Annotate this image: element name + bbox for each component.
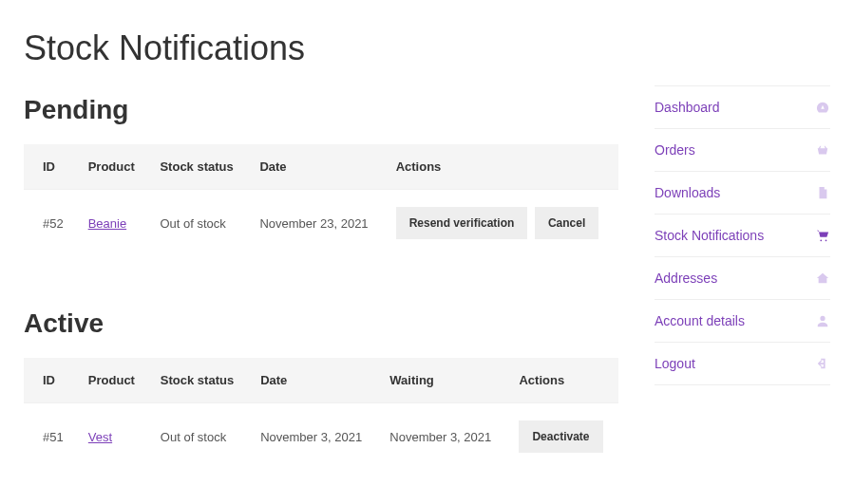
active-section: Active ID Product Stock status Date Wait… bbox=[24, 308, 618, 470]
table-header-row: ID Product Stock status Date Actions bbox=[24, 144, 618, 190]
cell-product: Vest bbox=[77, 403, 149, 471]
cell-actions: Resend verification Cancel bbox=[385, 190, 618, 257]
user-icon bbox=[815, 313, 830, 328]
cell-date: November 23, 2021 bbox=[248, 190, 384, 257]
cart-icon bbox=[815, 228, 830, 243]
col-stock: Stock status bbox=[148, 144, 248, 190]
deactivate-button[interactable]: Deactivate bbox=[519, 420, 602, 453]
sidebar-item-logout[interactable]: Logout bbox=[655, 342, 830, 385]
col-id: ID bbox=[24, 358, 77, 403]
pending-section: Pending ID Product Stock status Date Act… bbox=[24, 95, 618, 256]
nav-list: Dashboard Orders Downloads Stock Notific… bbox=[655, 85, 830, 385]
sidebar-item-downloads[interactable]: Downloads bbox=[655, 171, 830, 214]
cell-waiting: November 3, 2021 bbox=[378, 403, 507, 471]
col-id: ID bbox=[24, 144, 77, 190]
cell-product: Beanie bbox=[77, 190, 149, 257]
sidebar-item-label: Logout bbox=[655, 356, 695, 371]
pending-heading: Pending bbox=[24, 95, 618, 125]
active-table: ID Product Stock status Date Waiting Act… bbox=[24, 358, 618, 470]
pending-table: ID Product Stock status Date Actions #52… bbox=[24, 144, 618, 256]
sidebar-item-stock-notifications[interactable]: Stock Notifications bbox=[655, 214, 830, 256]
page-title: Stock Notifications bbox=[24, 28, 618, 68]
sidebar-item-label: Stock Notifications bbox=[655, 228, 764, 243]
col-product: Product bbox=[77, 144, 149, 190]
product-link[interactable]: Beanie bbox=[88, 216, 126, 231]
sidebar-item-label: Addresses bbox=[655, 271, 717, 286]
cancel-button[interactable]: Cancel bbox=[535, 207, 598, 239]
cell-stock: Out of stock bbox=[148, 190, 248, 257]
col-date: Date bbox=[249, 358, 378, 403]
home-icon bbox=[815, 271, 830, 286]
col-waiting: Waiting bbox=[378, 358, 507, 403]
main-content: Stock Notifications Pending ID Product S… bbox=[24, 28, 618, 504]
col-actions: Actions bbox=[507, 358, 618, 403]
sidebar-item-addresses[interactable]: Addresses bbox=[655, 256, 830, 299]
cell-stock: Out of stock bbox=[149, 403, 249, 471]
cell-date: November 3, 2021 bbox=[249, 403, 378, 471]
sidebar-item-orders[interactable]: Orders bbox=[655, 128, 830, 171]
cell-id: #51 bbox=[24, 403, 77, 471]
sidebar-item-label: Account details bbox=[655, 313, 745, 328]
file-icon bbox=[815, 185, 830, 200]
col-date: Date bbox=[248, 144, 384, 190]
col-product: Product bbox=[77, 358, 149, 403]
col-actions: Actions bbox=[385, 144, 618, 190]
cell-id: #52 bbox=[24, 190, 77, 257]
product-link[interactable]: Vest bbox=[88, 430, 112, 444]
table-header-row: ID Product Stock status Date Waiting Act… bbox=[24, 358, 618, 403]
logout-icon bbox=[815, 356, 830, 371]
sidebar-item-account-details[interactable]: Account details bbox=[655, 299, 830, 342]
basket-icon bbox=[815, 142, 830, 158]
sidebar-item-label: Downloads bbox=[655, 185, 720, 200]
dashboard-icon bbox=[815, 100, 830, 115]
sidebar-item-label: Orders bbox=[655, 142, 695, 158]
resend-verification-button[interactable]: Resend verification bbox=[396, 207, 528, 239]
cell-actions: Deactivate bbox=[507, 403, 618, 471]
table-row: #52 Beanie Out of stock November 23, 202… bbox=[24, 190, 618, 257]
sidebar-item-label: Dashboard bbox=[655, 100, 720, 115]
sidebar-item-dashboard[interactable]: Dashboard bbox=[655, 85, 830, 128]
account-sidebar: Dashboard Orders Downloads Stock Notific… bbox=[655, 28, 830, 504]
active-heading: Active bbox=[24, 308, 618, 339]
col-stock: Stock status bbox=[149, 358, 249, 403]
table-row: #51 Vest Out of stock November 3, 2021 N… bbox=[24, 403, 618, 471]
